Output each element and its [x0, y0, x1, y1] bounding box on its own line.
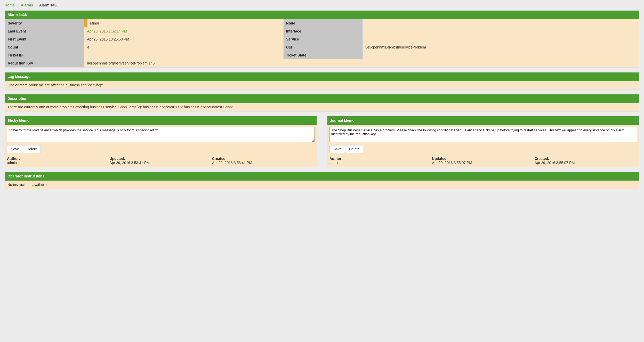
description-text: There are currently one or more problems…	[5, 103, 639, 111]
journal-memo-meta: Author: admin Updated: Apr 29, 2016 3:55…	[329, 157, 637, 165]
sticky-memo-panel: Sticky Memo Save Delete Author: admin Up…	[5, 116, 317, 167]
sticky-updated-label: Updated:	[109, 157, 212, 161]
value-ticket-id	[84, 51, 284, 59]
journal-memo-title: Journal Memo	[327, 116, 639, 125]
breadcrumb-home[interactable]: Home	[5, 3, 15, 7]
value-interface	[363, 27, 639, 35]
value-service	[363, 35, 639, 43]
sticky-updated-value: Apr 29, 2016 3:53:41 PM	[109, 161, 212, 165]
alarm-details-panel: Alarm 1436 Severity Minor Node Last Even…	[5, 10, 639, 68]
label-node: Node	[283, 19, 363, 27]
breadcrumb-sep: /	[34, 3, 38, 7]
label-service: Service	[283, 35, 363, 43]
journal-delete-button[interactable]: Delete	[345, 145, 363, 153]
operator-instructions-title: Operator Instructions	[5, 172, 639, 181]
journal-memo-buttons: Save Delete	[329, 145, 363, 153]
label-ticket-state: Ticket State	[283, 51, 363, 59]
sticky-memo-meta: Author: admin Updated: Apr 29, 2016 3:53…	[7, 157, 315, 165]
memo-row: Sticky Memo Save Delete Author: admin Up…	[5, 116, 639, 167]
sticky-memo-buttons: Save Delete	[7, 145, 41, 153]
log-message-text: One or more problems are affecting busin…	[5, 81, 639, 89]
value-severity: Minor	[87, 19, 102, 27]
value-ticket-state	[363, 51, 639, 59]
sticky-delete-button[interactable]: Delete	[23, 145, 41, 153]
log-message-title: Log Message	[5, 72, 639, 81]
sticky-created-label: Created:	[212, 157, 315, 161]
sticky-author-label: Author:	[7, 157, 109, 161]
value-severity-cell: Minor	[84, 19, 284, 27]
sticky-save-button[interactable]: Save	[7, 145, 23, 153]
value-last-event-cell: Apr 28, 2016 1:52:14 PM	[84, 27, 284, 35]
alarm-details-table: Severity Minor Node Last Event Apr 28, 2…	[5, 19, 639, 67]
journal-created-value: Apr 29, 2016 3:55:07 PM	[535, 161, 637, 165]
journal-memo-textarea[interactable]	[329, 127, 637, 142]
label-reduction-key: Reduction Key	[5, 59, 84, 67]
operator-instructions-text: No instructions available.	[5, 181, 639, 189]
breadcrumb-alarms[interactable]: Alarms	[21, 3, 33, 7]
description-panel: Description There are currently one or m…	[5, 94, 639, 111]
journal-updated-label: Updated:	[432, 157, 534, 161]
journal-created-label: Created:	[535, 157, 637, 161]
value-node	[363, 19, 639, 27]
value-uei: uei.opennms.org/bsm/serviceProblem	[363, 43, 639, 51]
last-event-link[interactable]: Apr 28, 2016 1:52:14 PM	[87, 29, 127, 33]
journal-save-button[interactable]: Save	[329, 145, 345, 153]
journal-author-label: Author:	[329, 157, 432, 161]
log-message-panel: Log Message One or more problems are aff…	[5, 72, 639, 89]
label-interface: Interface	[283, 27, 363, 35]
label-ticket-id: Ticket ID	[5, 51, 84, 59]
value-count: 4	[84, 43, 284, 51]
value-reduction-key: uei.opennms.org/bsm/serviceProblem:145	[84, 59, 639, 67]
breadcrumb: Home / Alarms / Alarm 1436	[5, 3, 639, 10]
label-first-event: First Event	[5, 35, 84, 43]
value-first-event: Apr 25, 2016 10:25:53 PM	[84, 35, 284, 43]
operator-instructions-panel: Operator Instructions No instructions av…	[5, 172, 639, 189]
description-title: Description	[5, 94, 639, 103]
label-uei: UEI	[283, 43, 363, 51]
label-count: Count	[5, 43, 84, 51]
sticky-author-value: admin	[7, 161, 109, 165]
breadcrumb-current: Alarm 1436	[39, 3, 59, 7]
sticky-created-value: Apr 29, 2016 3:53:41 PM	[212, 161, 315, 165]
alarm-details-title: Alarm 1436	[5, 11, 639, 19]
label-severity: Severity	[5, 19, 84, 27]
journal-memo-panel: Journal Memo Save Delete Author: admin U…	[327, 116, 639, 167]
journal-author-value: admin	[329, 161, 432, 165]
label-last-event: Last Event	[5, 27, 84, 35]
severity-color-bar	[84, 19, 87, 27]
sticky-memo-title: Sticky Memo	[5, 116, 317, 125]
journal-updated-value: Apr 29, 2016 3:55:07 PM	[432, 161, 534, 165]
breadcrumb-sep: /	[16, 3, 20, 7]
sticky-memo-textarea[interactable]	[7, 127, 315, 142]
